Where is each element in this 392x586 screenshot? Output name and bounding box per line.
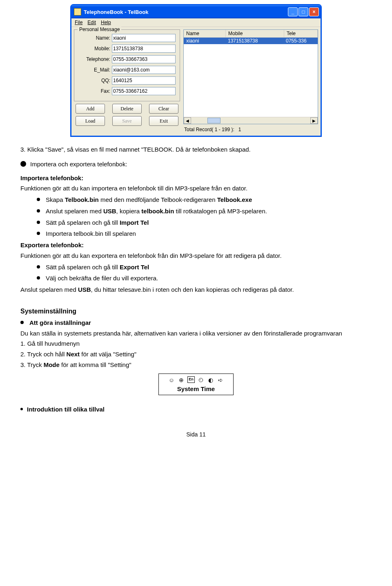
maximize-button[interactable]: □ bbox=[298, 7, 308, 16]
sys-step2: 2. Tryck och håll Next för att välja "Se… bbox=[20, 350, 372, 359]
imp-b4: Importera telbook.bin till spelaren bbox=[46, 229, 136, 238]
add-button[interactable]: Add bbox=[76, 104, 105, 114]
scroll-left-icon[interactable]: ◀ bbox=[184, 117, 191, 124]
scroll-thumb[interactable] bbox=[207, 118, 220, 123]
app-icon bbox=[74, 8, 81, 16]
scroll-right-icon[interactable]: ▶ bbox=[310, 117, 318, 124]
menu-file[interactable]: File bbox=[75, 20, 82, 25]
system-time-icons: ☺ ⊕ En ⏲ ◐ ➪ bbox=[161, 376, 231, 384]
name-input[interactable] bbox=[112, 34, 176, 42]
sys-step1: 1. Gå till huvudmenyn bbox=[20, 339, 372, 348]
exp-note: Anslut spelaren med USB, du hittar teles… bbox=[20, 285, 372, 294]
clock-icon: ⏲ bbox=[197, 376, 205, 384]
sys-step3: 3. Tryck Mode för att komma till "Settin… bbox=[20, 360, 372, 369]
bullet-icon bbox=[37, 276, 40, 280]
intro-header: Introduktion till olika tillval bbox=[27, 406, 105, 413]
arrow-right-icon: ➪ bbox=[217, 376, 224, 384]
bullet-icon bbox=[37, 265, 40, 268]
personal-message-group: Personal Message Name: Mobile: Telephone… bbox=[74, 29, 180, 101]
imp-exp-header: Importera och exportera telefonbok: bbox=[30, 160, 127, 169]
titlebar: TelephoneBook - TelBook _ □ × bbox=[71, 5, 321, 18]
page-footer: Sida 11 bbox=[20, 430, 372, 438]
email-input[interactable] bbox=[112, 66, 176, 74]
cell-tele: 0755-336 bbox=[283, 38, 318, 44]
col-name[interactable]: Name bbox=[184, 30, 226, 37]
menu-help[interactable]: Help bbox=[101, 20, 111, 25]
exp-header: Exportera telefonbok: bbox=[20, 242, 84, 248]
lang-icon: En bbox=[187, 376, 195, 383]
telephone-input[interactable] bbox=[112, 55, 176, 63]
sys-att: Att göra inställningar bbox=[29, 319, 91, 326]
step3-text: 3. Klicka "Save", så visas en fil med na… bbox=[20, 145, 372, 154]
contacts-list[interactable]: Name Mobile Tele xiaoni 13715138738 0755… bbox=[183, 29, 318, 124]
bullet-icon bbox=[37, 221, 40, 224]
bullet-icon bbox=[37, 209, 40, 212]
col-mobile[interactable]: Mobile bbox=[226, 30, 284, 37]
group-caption: Personal Message bbox=[78, 27, 121, 32]
total-value: 1 bbox=[238, 127, 241, 132]
fax-label: Fax: bbox=[78, 88, 112, 94]
exp-intro: Funktionen gör att du kan exportera en t… bbox=[20, 251, 372, 260]
imp-header: Importera telefonbok: bbox=[20, 174, 83, 181]
exp-b1: Sätt på spelaren och gå till Export Tel bbox=[46, 263, 149, 272]
globe-icon: ⊕ bbox=[178, 376, 185, 384]
system-time-label: System Time bbox=[161, 385, 231, 394]
bullet-icon bbox=[20, 161, 26, 167]
name-label: Name: bbox=[78, 35, 112, 41]
list-row[interactable]: xiaoni 13715138738 0755-336 bbox=[184, 38, 318, 44]
imp-b1: Skapa Telbook.bin med den medföljande Te… bbox=[46, 195, 252, 204]
list-header: Name Mobile Tele bbox=[184, 30, 318, 38]
bullet-icon bbox=[20, 321, 24, 324]
close-button[interactable]: × bbox=[309, 7, 319, 16]
load-button[interactable]: Load bbox=[76, 116, 105, 126]
fax-input[interactable] bbox=[112, 87, 176, 95]
clear-button[interactable]: Clear bbox=[149, 104, 178, 114]
total-record: Total Record( 1 - 199 ): 1 bbox=[183, 124, 318, 133]
sys-desc: Du kan ställa in systemets prestanda här… bbox=[20, 329, 372, 338]
systeminstallning-title: Systeminställning bbox=[20, 306, 372, 316]
telbook-window: TelephoneBook - TelBook _ □ × File Edit … bbox=[70, 4, 322, 137]
qq-input[interactable] bbox=[112, 76, 176, 85]
mobile-label: Mobile: bbox=[78, 46, 112, 51]
imp-intro: Funktionen gör att du kan importera en t… bbox=[20, 184, 372, 193]
cell-mobile: 13715138738 bbox=[225, 38, 283, 44]
exit-button[interactable]: Exit bbox=[149, 116, 178, 126]
person-icon: ☺ bbox=[168, 376, 175, 384]
mobile-input[interactable] bbox=[112, 45, 176, 53]
window-title: TelephoneBook - TelBook bbox=[84, 9, 288, 15]
minimize-button[interactable]: _ bbox=[288, 7, 298, 16]
exp-b2: Välj och bekräfta de filer du vill expor… bbox=[46, 274, 158, 283]
telephone-label: Telephone: bbox=[78, 56, 112, 62]
total-label: Total Record( 1 - 199 ): bbox=[184, 127, 234, 132]
bullet-icon bbox=[37, 232, 40, 235]
contrast-icon: ◐ bbox=[207, 376, 214, 384]
email-label: E_Mail: bbox=[78, 67, 112, 73]
cell-name: xiaoni bbox=[184, 38, 225, 44]
delete-button[interactable]: Delete bbox=[112, 104, 142, 114]
menubar: File Edit Help bbox=[71, 18, 321, 27]
bullet-icon bbox=[20, 408, 23, 410]
bullet-icon bbox=[37, 198, 40, 201]
qq-label: QQ: bbox=[78, 78, 112, 83]
menu-edit[interactable]: Edit bbox=[87, 20, 96, 25]
save-button[interactable]: Save bbox=[112, 116, 142, 126]
system-time-box: ☺ ⊕ En ⏲ ◐ ➪ System Time bbox=[158, 374, 234, 396]
imp-b2: Anslut spelaren med USB, kopiera telbook… bbox=[46, 207, 267, 216]
horizontal-scrollbar[interactable]: ◀ ▶ bbox=[184, 117, 318, 124]
col-tele[interactable]: Tele bbox=[284, 30, 318, 37]
imp-b3: Sätt på spelaren och gå till Import Tel bbox=[46, 218, 149, 227]
